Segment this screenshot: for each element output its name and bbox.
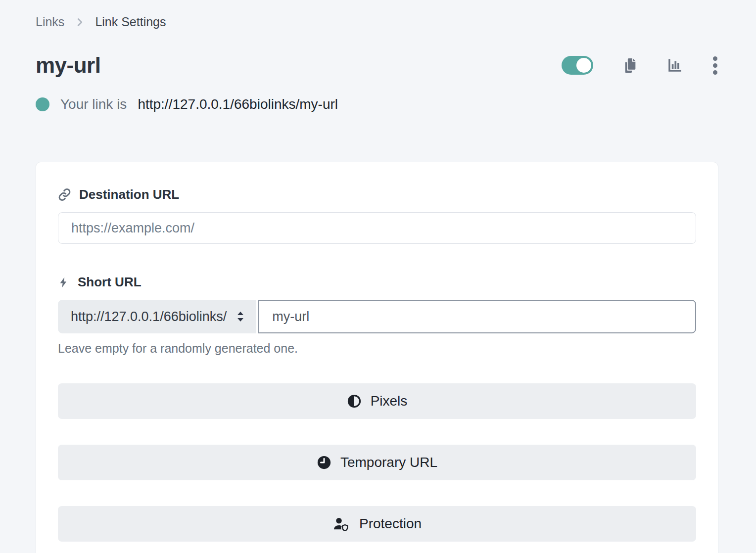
protection-button-label: Protection xyxy=(359,516,422,532)
chevron-right-icon xyxy=(74,17,85,28)
statistics-button[interactable] xyxy=(666,57,683,74)
destination-url-label: Destination URL xyxy=(79,187,179,202)
lightning-bolt-icon xyxy=(58,276,70,289)
short-url-input[interactable] xyxy=(258,300,696,333)
destination-url-label-row: Destination URL xyxy=(58,187,696,202)
pixels-button-label: Pixels xyxy=(371,393,408,409)
status-dot-icon xyxy=(36,97,49,111)
short-url-label: Short URL xyxy=(78,275,142,290)
short-url-input-group: http://127.0.0.1/66biolinks/ xyxy=(58,300,696,333)
collapsible-sections: Pixels Temporary URL Protection xyxy=(58,383,696,542)
toggle-knob xyxy=(576,58,591,73)
short-url-domain-value: http://127.0.0.1/66biolinks/ xyxy=(71,309,227,324)
short-url-section: Short URL http://127.0.0.1/66biolinks/ L… xyxy=(58,275,696,356)
breadcrumb-links[interactable]: Links xyxy=(36,15,64,29)
status-link-url: http://127.0.0.1/66biolinks/my-url xyxy=(138,96,338,112)
temporary-url-button-label: Temporary URL xyxy=(340,455,437,470)
link-status-toggle[interactable] xyxy=(562,56,593,75)
select-caret-icon xyxy=(236,311,245,323)
kebab-menu-icon xyxy=(713,56,717,75)
link-icon xyxy=(58,188,71,201)
status-prefix: Your link is xyxy=(60,96,127,112)
breadcrumb: Links Link Settings xyxy=(36,15,718,29)
protection-button[interactable]: Protection xyxy=(58,506,696,542)
destination-url-input[interactable] xyxy=(58,212,696,244)
pixels-button[interactable]: Pixels xyxy=(58,383,696,419)
user-shield-icon xyxy=(332,516,350,531)
link-settings-card: Destination URL Short URL http://127.0.0… xyxy=(36,162,718,553)
header-actions xyxy=(562,55,718,76)
temporary-url-button[interactable]: Temporary URL xyxy=(58,445,696,480)
short-url-label-row: Short URL xyxy=(58,275,696,290)
breadcrumb-link-settings: Link Settings xyxy=(95,15,166,29)
destination-url-section: Destination URL xyxy=(58,187,696,244)
copy-icon xyxy=(622,57,638,73)
short-url-domain-select[interactable]: http://127.0.0.1/66biolinks/ xyxy=(58,300,256,333)
pixels-adjust-icon xyxy=(347,394,362,409)
short-url-help-text: Leave empty for a randomly generated one… xyxy=(58,341,696,356)
copy-link-button[interactable] xyxy=(622,57,638,73)
more-options-button[interactable] xyxy=(712,55,718,76)
page-header: my-url xyxy=(36,53,718,78)
clock-icon xyxy=(317,455,331,470)
link-status-line: Your link is http://127.0.0.1/66biolinks… xyxy=(36,96,718,112)
bar-chart-icon xyxy=(666,57,683,74)
page-title: my-url xyxy=(36,53,100,78)
